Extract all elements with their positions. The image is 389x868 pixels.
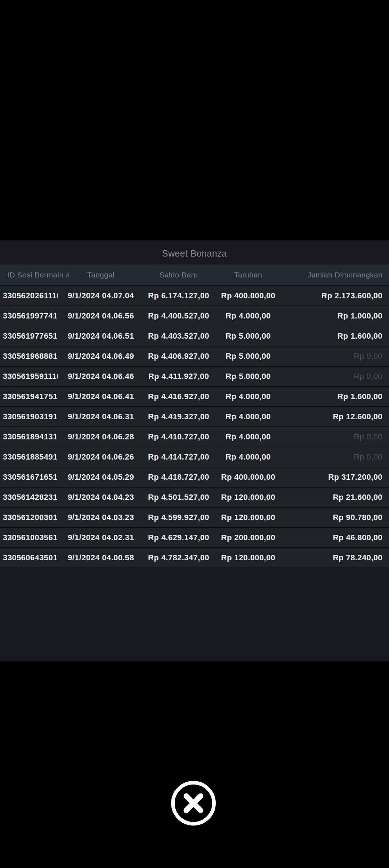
- new-balance-cell: Rp 4.629.147,00: [144, 528, 213, 548]
- new-balance-cell: Rp 4.501.527,00: [144, 487, 213, 507]
- header-session-id: ID Sesi Bermain #: [0, 265, 58, 286]
- session-history-table: ID Sesi Bermain # Tanggal Saldo Baru Tar…: [0, 265, 389, 568]
- game-history-screen: Sweet Bonanza ID Sesi Bermain # Tanggal …: [0, 0, 389, 868]
- win-amount-cell: Rp 0,00: [283, 366, 389, 386]
- win-amount-cell: Rp 21.600,00: [283, 487, 389, 507]
- session-id-cell: 33056196888104: [0, 346, 58, 366]
- new-balance-cell: Rp 4.406.927,00: [144, 346, 213, 366]
- bet-cell: Rp 5.000,00: [213, 326, 283, 346]
- win-amount-cell: Rp 90.780,00: [283, 507, 389, 528]
- table-row: 33056188549104 9/1/2024 04.06.26 Rp 4.41…: [0, 447, 389, 467]
- session-id-cell: 33056195911104: [0, 366, 58, 386]
- session-id-cell: 33056142823104: [0, 487, 58, 507]
- new-balance-cell: Rp 4.411.927,00: [144, 366, 213, 386]
- bet-cell: Rp 5.000,00: [213, 366, 283, 386]
- table-row: 33056197765104 9/1/2024 04.06.51 Rp 4.40…: [0, 326, 389, 346]
- date-cell: 9/1/2024 04.00.58: [58, 548, 144, 568]
- date-cell: 9/1/2024 04.04.23: [58, 487, 144, 507]
- header-new-balance: Saldo Baru: [144, 265, 213, 286]
- win-amount-cell: Rp 317.200,00: [283, 467, 389, 487]
- table-row: 33056120030104 9/1/2024 04.03.23 Rp 4.59…: [0, 507, 389, 528]
- date-cell: 9/1/2024 04.06.31: [58, 407, 144, 427]
- bet-cell: Rp 120.000,00: [213, 507, 283, 528]
- date-cell: 9/1/2024 04.06.41: [58, 386, 144, 407]
- bet-cell: Rp 200.000,00: [213, 528, 283, 548]
- session-id-cell: 33056202611104: [0, 286, 58, 306]
- win-amount-cell: Rp 1.600,00: [283, 386, 389, 407]
- bet-cell: Rp 400.000,00: [213, 467, 283, 487]
- table-row: 33056142823104 9/1/2024 04.04.23 Rp 4.50…: [0, 487, 389, 507]
- new-balance-cell: Rp 4.782.347,00: [144, 548, 213, 568]
- session-id-cell: 33056100356104: [0, 528, 58, 548]
- session-id-cell: 33056194175104: [0, 386, 58, 407]
- bet-cell: Rp 400.000,00: [213, 286, 283, 306]
- date-cell: 9/1/2024 04.06.56: [58, 306, 144, 326]
- bet-cell: Rp 120.000,00: [213, 548, 283, 568]
- table-row: 33056167165104 9/1/2024 04.05.29 Rp 4.41…: [0, 467, 389, 487]
- table-row: 33056199774104 9/1/2024 04.06.56 Rp 4.40…: [0, 306, 389, 326]
- date-cell: 9/1/2024 04.02.31: [58, 528, 144, 548]
- date-cell: 9/1/2024 04.06.26: [58, 447, 144, 467]
- game-title: Sweet Bonanza: [0, 240, 389, 265]
- bet-cell: Rp 4.000,00: [213, 306, 283, 326]
- new-balance-cell: Rp 6.174.127,00: [144, 286, 213, 306]
- table-row: 33056064350104 9/1/2024 04.00.58 Rp 4.78…: [0, 548, 389, 568]
- new-balance-cell: Rp 4.414.727,00: [144, 447, 213, 467]
- new-balance-cell: Rp 4.418.727,00: [144, 467, 213, 487]
- bet-cell: Rp 120.000,00: [213, 487, 283, 507]
- session-id-cell: 33056120030104: [0, 507, 58, 528]
- session-id-cell: 33056199774104: [0, 306, 58, 326]
- session-id-cell: 33056167165104: [0, 467, 58, 487]
- date-cell: 9/1/2024 04.06.51: [58, 326, 144, 346]
- session-id-cell: 33056064350104: [0, 548, 58, 568]
- win-amount-cell: Rp 2.173.600,00: [283, 286, 389, 306]
- win-amount-cell: Rp 78.240,00: [283, 548, 389, 568]
- bet-cell: Rp 4.000,00: [213, 407, 283, 427]
- header-date: Tanggal: [58, 265, 144, 286]
- date-cell: 9/1/2024 04.06.46: [58, 366, 144, 386]
- win-amount-cell: Rp 46.800,00: [283, 528, 389, 548]
- game-history-panel: Sweet Bonanza ID Sesi Bermain # Tanggal …: [0, 240, 389, 661]
- date-cell: 9/1/2024 04.07.04: [58, 286, 144, 306]
- date-cell: 9/1/2024 04.05.29: [58, 467, 144, 487]
- table-row: 33056100356104 9/1/2024 04.02.31 Rp 4.62…: [0, 528, 389, 548]
- table-row: 33056194175104 9/1/2024 04.06.41 Rp 4.41…: [0, 386, 389, 407]
- win-amount-cell: Rp 1.000,00: [283, 306, 389, 326]
- session-id-cell: 33056197765104: [0, 326, 58, 346]
- table-header: ID Sesi Bermain # Tanggal Saldo Baru Tar…: [0, 265, 389, 286]
- bet-cell: Rp 4.000,00: [213, 427, 283, 447]
- bet-cell: Rp 4.000,00: [213, 386, 283, 407]
- date-cell: 9/1/2024 04.03.23: [58, 507, 144, 528]
- table-row: 33056189413104 9/1/2024 04.06.28 Rp 4.41…: [0, 427, 389, 447]
- new-balance-cell: Rp 4.400.527,00: [144, 306, 213, 326]
- new-balance-cell: Rp 4.599.927,00: [144, 507, 213, 528]
- table-row: 33056190319104 9/1/2024 04.06.31 Rp 4.41…: [0, 407, 389, 427]
- table-row: 33056196888104 9/1/2024 04.06.49 Rp 4.40…: [0, 346, 389, 366]
- x-circle-icon: [170, 780, 216, 826]
- new-balance-cell: Rp 4.410.727,00: [144, 427, 213, 447]
- win-amount-cell: Rp 0,00: [283, 427, 389, 447]
- new-balance-cell: Rp 4.419.327,00: [144, 407, 213, 427]
- win-amount-cell: Rp 0,00: [283, 346, 389, 366]
- win-amount-cell: Rp 0,00: [283, 447, 389, 467]
- bet-cell: Rp 4.000,00: [213, 447, 283, 467]
- new-balance-cell: Rp 4.416.927,00: [144, 386, 213, 407]
- table-row: 33056195911104 9/1/2024 04.06.46 Rp 4.41…: [0, 366, 389, 386]
- header-win-amount: Jumlah Dimenangkan: [283, 265, 389, 286]
- date-cell: 9/1/2024 04.06.49: [58, 346, 144, 366]
- session-id-cell: 33056188549104: [0, 447, 58, 467]
- session-table-body: 33056202611104 9/1/2024 04.07.04 Rp 6.17…: [0, 286, 389, 568]
- close-button[interactable]: [170, 780, 216, 826]
- new-balance-cell: Rp 4.403.527,00: [144, 326, 213, 346]
- session-id-cell: 33056190319104: [0, 407, 58, 427]
- win-amount-cell: Rp 12.600,00: [283, 407, 389, 427]
- date-cell: 9/1/2024 04.06.28: [58, 427, 144, 447]
- session-id-cell: 33056189413104: [0, 427, 58, 447]
- header-bet: Taruhan: [213, 265, 283, 286]
- table-row: 33056202611104 9/1/2024 04.07.04 Rp 6.17…: [0, 286, 389, 306]
- bet-cell: Rp 5.000,00: [213, 346, 283, 366]
- win-amount-cell: Rp 1.600,00: [283, 326, 389, 346]
